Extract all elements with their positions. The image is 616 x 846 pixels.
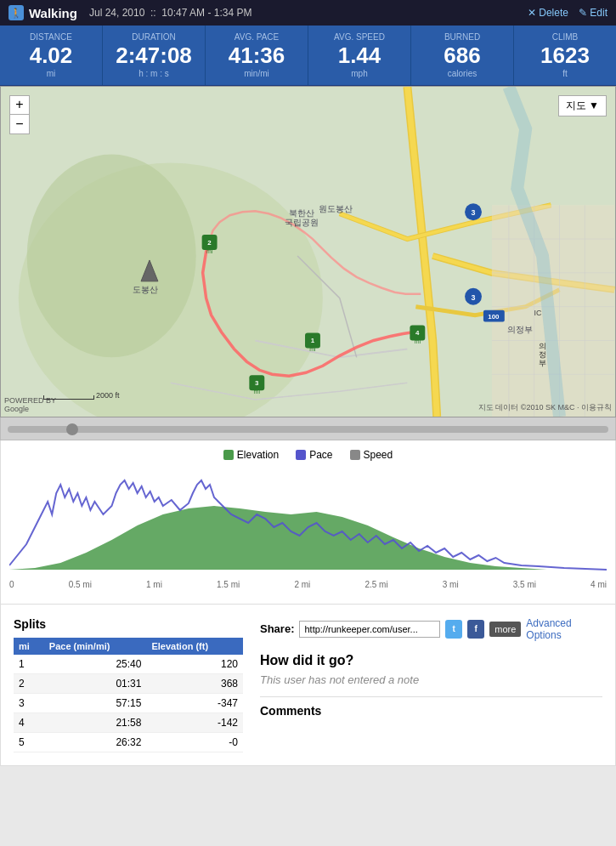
svg-text:mi: mi	[415, 338, 421, 344]
twitter-button[interactable]: t	[445, 620, 462, 639]
title-area: 🚶 Walking Jul 24, 2010 :: 10:47 AM - 1:3…	[8, 5, 251, 20]
more-button[interactable]: more	[489, 622, 521, 637]
svg-text:IC: IC	[534, 308, 542, 316]
table-row: 1 25:40 120	[14, 655, 243, 674]
split-elevation: 120	[146, 655, 243, 674]
table-row: 5 26:32 -0	[14, 732, 243, 752]
page-title: Walking	[29, 6, 77, 20]
chart-legend: Elevation Pace Speed	[9, 449, 607, 461]
split-elevation: 368	[146, 673, 243, 693]
stat-duration: Duration 2:47:08 h : m : s	[103, 26, 206, 85]
chart-section: Elevation Pace Speed 0 0.5 mi 1 mi 1.5 m…	[0, 440, 616, 605]
splits-table: mi Pace (min/mi) Elevation (ft) 1 25:40 …	[14, 638, 243, 752]
split-pace: 26:32	[44, 732, 147, 752]
header-date: Jul 24, 2010 :: 10:47 AM - 1:34 PM	[89, 7, 251, 19]
svg-text:3: 3	[255, 379, 259, 387]
svg-text:mi: mi	[309, 346, 316, 352]
comments-title: Comments	[260, 696, 602, 718]
chart-area: 0 0.5 mi 1 mi 1.5 mi 2 mi 2.5 mi 3 mi 3.…	[9, 468, 607, 595]
svg-text:1: 1	[311, 337, 315, 344]
share-url-input[interactable]	[299, 621, 440, 638]
delete-link[interactable]: ✕ Delete	[528, 7, 568, 19]
svg-text:4: 4	[415, 329, 420, 337]
edit-link[interactable]: ✎ Edit	[579, 7, 608, 19]
table-row: 2 01:31 368	[14, 673, 243, 693]
how-title: How did it go?	[260, 653, 602, 668]
pace-dot	[296, 450, 306, 460]
splits-title: Splits	[14, 617, 243, 631]
zoom-out-button[interactable]: −	[10, 115, 29, 133]
split-pace: 01:31	[44, 673, 147, 693]
stats-bar: Distance 4.02 mi Duration 2:47:08 h : m …	[0, 26, 616, 86]
svg-text:원도봉산: 원도봉산	[319, 204, 353, 213]
splits-col-mi: mi	[14, 638, 44, 655]
split-pace: 57:15	[44, 693, 147, 713]
how-note: This user has not entered a note	[260, 673, 602, 686]
svg-text:의정부: 의정부	[507, 324, 533, 333]
bottom-sections: Splits mi Pace (min/mi) Elevation (ft) 1…	[0, 605, 616, 766]
zoom-in-button[interactable]: +	[10, 96, 29, 115]
splits-col-pace: Pace (min/mi)	[44, 638, 147, 655]
split-elevation: -347	[146, 693, 243, 713]
map-scale: 2000 ft	[43, 391, 120, 400]
svg-text:도봉산: 도봉산	[133, 284, 158, 293]
speed-dot	[350, 450, 360, 460]
svg-text:mi: mi	[206, 248, 213, 254]
map-container[interactable]: 1 mi 2 mi 3 mi 4 mi 3 3 100 61 북한산 국립공원 …	[0, 86, 616, 417]
splits-col-elev: Elevation (ft)	[146, 638, 243, 655]
svg-text:국립공원: 국립공원	[285, 218, 319, 227]
page-header: 🚶 Walking Jul 24, 2010 :: 10:47 AM - 1:3…	[0, 0, 616, 26]
map-type-button[interactable]: 지도 ▼	[558, 95, 607, 116]
svg-text:북한산: 북한산	[289, 208, 314, 218]
svg-text:의: 의	[539, 342, 546, 350]
split-elevation: -142	[146, 713, 243, 732]
stat-distance: Distance 4.02 mi	[0, 26, 103, 85]
svg-point-2	[27, 154, 196, 357]
map-slider[interactable]	[8, 426, 608, 433]
split-mi: 1	[14, 655, 44, 674]
svg-text:mi: mi	[254, 389, 261, 395]
legend-pace: Pace	[296, 449, 332, 461]
svg-text:3: 3	[472, 208, 476, 217]
how-section: How did it go? This user has not entered…	[260, 653, 602, 686]
facebook-button[interactable]: f	[467, 620, 484, 639]
map-slider-container[interactable]	[0, 417, 616, 440]
stat-climb: Climb 1623 ft	[514, 26, 616, 85]
split-mi: 3	[14, 693, 44, 713]
stat-burned: Burned 686 calories	[411, 26, 514, 85]
split-elevation: -0	[146, 732, 243, 752]
header-actions: ✕ Delete ✎ Edit	[528, 7, 608, 19]
chart-svg	[9, 468, 607, 578]
split-pace: 25:40	[44, 655, 147, 674]
chart-x-axis: 0 0.5 mi 1 mi 1.5 mi 2 mi 2.5 mi 3 mi 3.…	[9, 580, 607, 589]
comments-section: Comments	[260, 696, 602, 718]
activity-icon: 🚶	[8, 5, 24, 20]
elevation-dot	[223, 450, 234, 460]
table-row: 4 21:58 -142	[14, 713, 243, 732]
svg-text:3: 3	[472, 292, 476, 301]
share-row: Share: t f more Advanced Options	[260, 617, 602, 641]
splits-section: Splits mi Pace (min/mi) Elevation (ft) 1…	[14, 617, 243, 752]
map-svg: 1 mi 2 mi 3 mi 4 mi 3 3 100 61 북한산 국립공원 …	[1, 87, 615, 417]
right-section: Share: t f more Advanced Options How did…	[243, 617, 602, 752]
map-zoom-controls[interactable]: + −	[9, 95, 30, 134]
split-pace: 21:58	[44, 713, 147, 732]
legend-elevation: Elevation	[223, 449, 279, 461]
stat-pace: Avg. Pace 41:36 min/mi	[206, 26, 308, 85]
svg-text:정: 정	[539, 350, 546, 359]
share-label: Share:	[260, 622, 294, 635]
advanced-options-link[interactable]: Advanced Options	[526, 617, 602, 641]
map-copyright: 지도 데이터 ©2010 SK M&C · 이용규칙	[478, 402, 612, 413]
table-row: 3 57:15 -347	[14, 693, 243, 713]
stat-speed: Avg. Speed 1.44 mph	[308, 26, 411, 85]
split-mi: 2	[14, 673, 44, 693]
legend-speed: Speed	[350, 449, 393, 461]
svg-text:2: 2	[207, 239, 212, 247]
svg-text:100: 100	[488, 312, 500, 320]
split-mi: 4	[14, 713, 44, 732]
split-mi: 5	[14, 732, 44, 752]
svg-text:부: 부	[539, 359, 546, 367]
